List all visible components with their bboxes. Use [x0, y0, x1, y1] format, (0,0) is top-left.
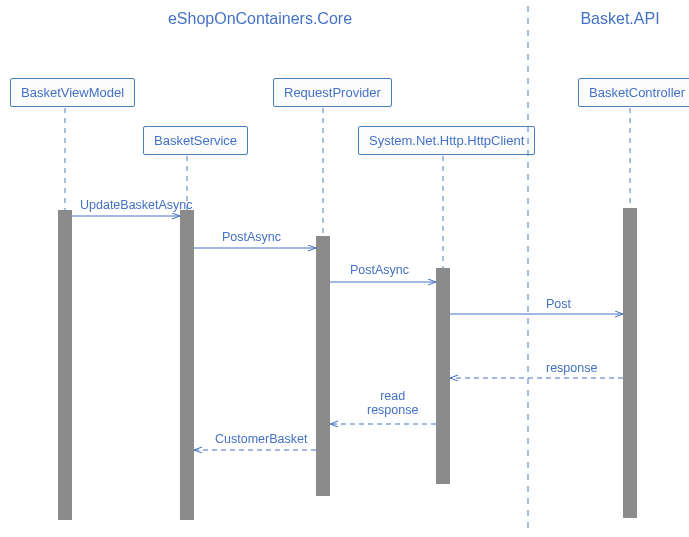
msg-label-customerbasket: CustomerBasket [215, 432, 307, 446]
participant-basketservice: BasketService [143, 126, 248, 155]
msg-label-post: Post [546, 297, 571, 311]
activation-bar [180, 210, 194, 520]
participant-basketcontroller: BasketController [578, 78, 689, 107]
group-label-basketapi: Basket.API [565, 10, 675, 28]
msg-label-response: response [546, 361, 597, 375]
msg-label-updatebasketasync: UpdateBasketAsync [80, 198, 193, 212]
activation-bar [623, 208, 637, 518]
msg-label-postasync-2: PostAsync [350, 263, 409, 277]
activation-bar [58, 210, 72, 520]
msg-label-postasync-1: PostAsync [222, 230, 281, 244]
participant-basketviewmodel: BasketViewModel [10, 78, 135, 107]
sequence-diagram: eShopOnContainers.Core Basket.API Basket… [0, 0, 689, 537]
activation-bar [436, 268, 450, 484]
participant-requestprovider: RequestProvider [273, 78, 392, 107]
msg-label-read-response: read response [367, 389, 418, 417]
group-label-core: eShopOnContainers.Core [130, 10, 390, 28]
participant-httpclient: System.Net.Http.HttpClient [358, 126, 535, 155]
activation-bar [316, 236, 330, 496]
